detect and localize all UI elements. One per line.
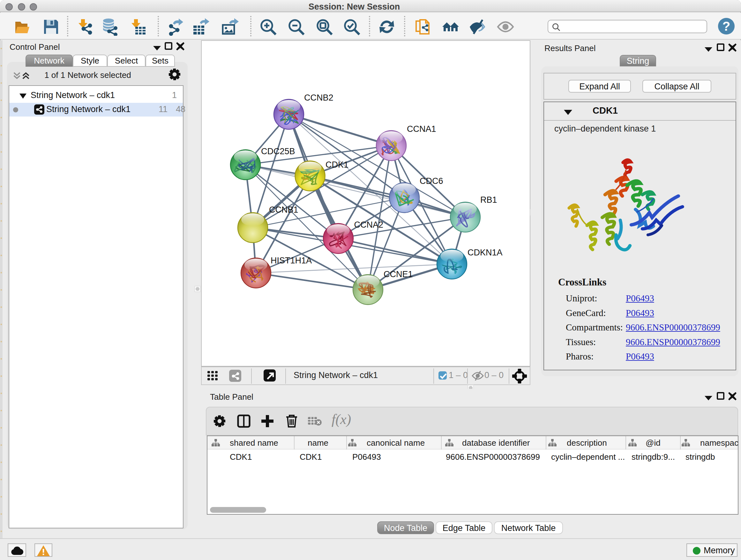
- svg-text:CDC6: CDC6: [420, 176, 443, 186]
- svg-text:HIST1H1A: HIST1H1A: [271, 256, 312, 265]
- svg-text:?: ?: [723, 19, 730, 33]
- svg-text:CDKN1A: CDKN1A: [468, 248, 502, 257]
- svg-text:RB1: RB1: [480, 195, 497, 205]
- svg-text:CCNA1: CCNA1: [407, 124, 436, 134]
- svg-text:CCNB1: CCNB1: [269, 205, 298, 214]
- svg-text:CCNA2: CCNA2: [354, 220, 383, 230]
- svg-text:CDC25B: CDC25B: [261, 146, 295, 156]
- svg-text:CDK1: CDK1: [326, 160, 348, 170]
- svg-text:CCNB2: CCNB2: [304, 93, 333, 103]
- svg-text:CCNE1: CCNE1: [384, 269, 413, 279]
